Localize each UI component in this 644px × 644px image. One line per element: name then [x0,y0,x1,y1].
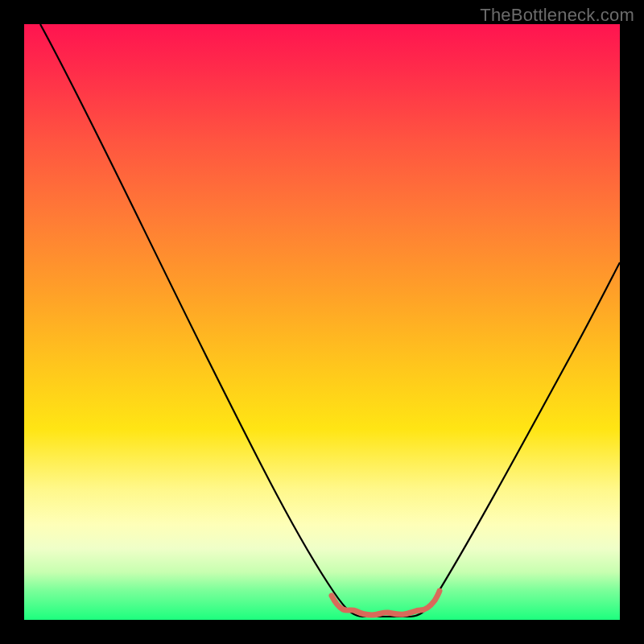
chart-frame: TheBottleneck.com [0,0,644,644]
watermark-text: TheBottleneck.com [480,5,634,26]
plot-area [24,24,620,620]
bottleneck-curve [40,24,620,617]
chart-svg [24,24,620,620]
optimal-zone-curve [332,591,440,615]
